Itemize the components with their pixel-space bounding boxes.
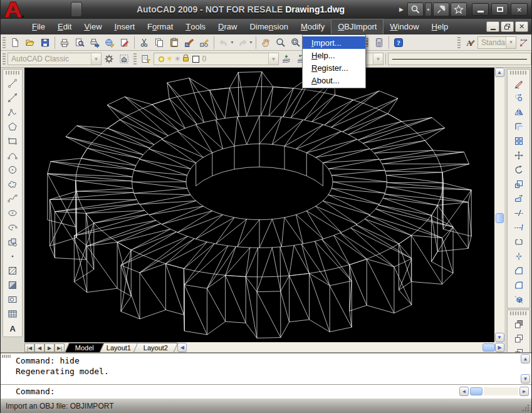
publish-button[interactable] [87, 36, 102, 50]
new-file-button[interactable] [8, 36, 23, 50]
menu-item-objimport[interactable]: OBJImport [331, 19, 383, 34]
menu-item-help[interactable]: Help... [303, 49, 365, 61]
chevron-down-icon[interactable]: ▼ [268, 53, 278, 65]
rectangle-button[interactable] [4, 133, 21, 148]
mdi-close-button[interactable]: ✕ [515, 21, 528, 32]
paste-button[interactable] [167, 36, 182, 50]
layer-on-icon[interactable] [159, 56, 164, 62]
horizontal-scroll-thumb[interactable] [482, 343, 495, 352]
autocad-logo-icon[interactable] [1, 0, 26, 19]
layer-thaw-icon[interactable]: ☀ [166, 55, 173, 63]
revision-cloud-button[interactable] [4, 177, 21, 191]
toolbar-grip[interactable] [510, 311, 527, 315]
tab-model[interactable]: Model [65, 343, 105, 352]
chevron-down-icon[interactable]: ▼ [506, 37, 516, 48]
toolbar-grip[interactable] [133, 53, 137, 65]
workspace-settings-button[interactable] [102, 52, 117, 66]
menu-item-format[interactable]: Format [141, 19, 179, 34]
menu-item-edit[interactable]: Edit [51, 19, 78, 34]
fillet-button[interactable] [510, 278, 528, 292]
menu-item-import[interactable]: Import... [303, 36, 365, 49]
cut-button[interactable] [137, 36, 152, 50]
toolbar-grip[interactable] [3, 53, 6, 65]
infocenter-expand-icon[interactable]: ▶ [399, 6, 404, 13]
search-icon[interactable] [407, 3, 424, 16]
move-button[interactable] [510, 148, 528, 162]
maximize-button[interactable] [491, 3, 508, 16]
scroll-right-icon[interactable]: ▶ [495, 343, 504, 352]
ellipse-arc-button[interactable] [4, 220, 21, 234]
trim-button[interactable] [510, 206, 528, 220]
break-at-point-button[interactable] [510, 249, 528, 263]
workspace-combo[interactable]: AutoCAD Classic▼ [8, 53, 102, 65]
menu-item-dimension[interactable]: Dimension [243, 19, 294, 34]
layer-color-swatch[interactable] [192, 56, 199, 63]
mdi-restore-button[interactable] [501, 21, 514, 32]
zoom-realtime-button[interactable] [273, 36, 288, 50]
quick-calc-button[interactable] [372, 36, 387, 50]
block-editor-button[interactable] [197, 36, 212, 50]
drawing-canvas[interactable] [24, 68, 494, 342]
text-style-combo[interactable]: Standard▼ [477, 36, 516, 49]
rotate-button[interactable] [510, 162, 528, 177]
menu-item-draw[interactable]: Draw [212, 19, 243, 34]
command-input-line[interactable]: Command: ◀ ▶ [1, 384, 531, 398]
favorites-icon[interactable] [451, 3, 467, 16]
toolbar-grip[interactable] [510, 71, 527, 75]
point-button[interactable] [4, 249, 21, 263]
menu-item-register[interactable]: Register... [303, 61, 365, 74]
make-object-layer-current-button[interactable] [279, 52, 294, 66]
tab-next-button[interactable]: ▶ [44, 343, 55, 352]
copy-clip-button[interactable] [152, 36, 167, 50]
ellipse-button[interactable] [4, 206, 21, 220]
circle-button[interactable] [4, 162, 21, 177]
scroll-right-icon[interactable]: ▶ [519, 387, 529, 396]
mdi-minimize-button[interactable] [486, 21, 499, 32]
minimize-button[interactable] [472, 3, 489, 16]
table-button[interactable] [4, 306, 21, 321]
arc-button[interactable] [4, 148, 21, 162]
menu-item-view[interactable]: View [78, 19, 108, 34]
help-button[interactable]: ? [391, 36, 406, 50]
my-workspace-button[interactable] [117, 52, 132, 66]
menu-item-file[interactable]: File [26, 19, 51, 34]
offset-button[interactable] [510, 119, 528, 133]
erase-button[interactable] [510, 76, 528, 90]
send-to-back-button[interactable] [510, 331, 528, 345]
explode-button[interactable] [510, 292, 528, 306]
polyline-button[interactable] [4, 105, 21, 119]
vertical-scroll-thumb[interactable] [496, 213, 504, 223]
resize-grip[interactable] [522, 404, 530, 412]
menu-item-tools[interactable]: Tools [179, 19, 212, 34]
search-dropdown-icon[interactable]: ▼ [425, 3, 432, 16]
horizontal-scroll-thumb[interactable] [470, 387, 482, 395]
menu-item-window[interactable]: Window [383, 19, 425, 34]
scroll-left-icon[interactable]: ◀ [177, 343, 187, 352]
toolbar-grip[interactable] [3, 37, 6, 48]
close-button[interactable]: × [511, 3, 528, 16]
spline-button[interactable] [4, 191, 21, 206]
insert-block-button[interactable] [4, 234, 21, 249]
chevron-down-icon[interactable]: ▼ [373, 53, 383, 65]
command-window[interactable]: Command: hide Regenerating model. ▲ ▼ Co… [1, 352, 531, 398]
layer-manager-button[interactable] [138, 52, 154, 66]
region-button[interactable] [4, 292, 21, 306]
menu-item-about[interactable]: About... [303, 74, 365, 86]
toolbar-grip[interactable] [457, 37, 461, 48]
toolbar-grip[interactable] [6, 71, 19, 75]
menu-item-help[interactable]: Help [425, 19, 455, 34]
layer-unlock-icon[interactable] [183, 57, 189, 61]
zoom-window-button[interactable] [288, 36, 303, 50]
menu-item-insert[interactable]: Insert [108, 19, 142, 34]
layer-combo[interactable]: ☀☀0▼ [154, 53, 279, 65]
multiline-text-button[interactable]: A [4, 321, 21, 335]
scroll-up-icon[interactable]: ▲ [495, 68, 504, 77]
chamfer-button[interactable] [510, 263, 528, 278]
menu-item-modify[interactable]: Modify [295, 19, 331, 34]
command-vertical-scrollbar[interactable]: ▲ ▼ [520, 354, 531, 384]
open-file-button[interactable] [23, 36, 38, 50]
tab-first-button[interactable]: |◀ [24, 343, 34, 352]
array-button[interactable] [510, 133, 528, 148]
linetype-combo[interactable] [388, 53, 531, 65]
communication-center-icon[interactable] [433, 3, 449, 16]
